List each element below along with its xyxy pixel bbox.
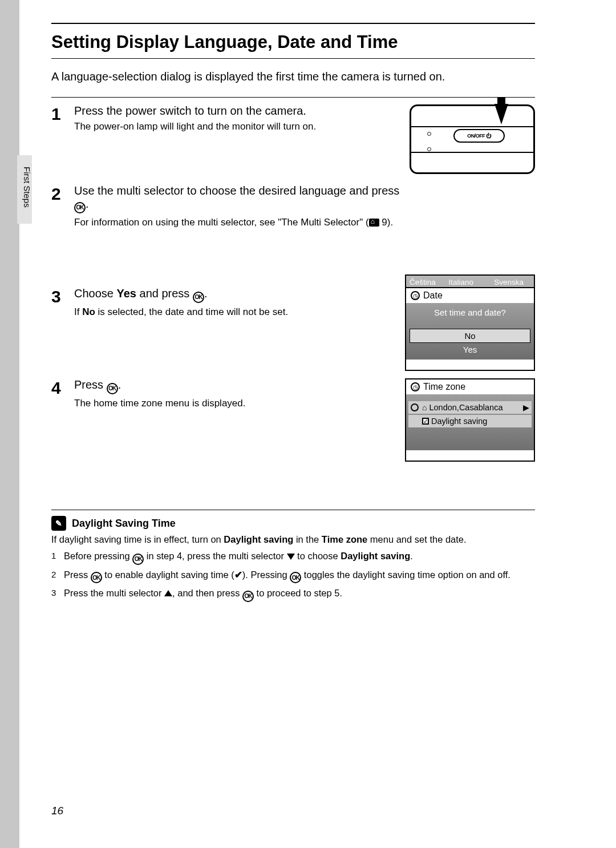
ok-icon: OK: [91, 572, 102, 583]
ok-icon: OK: [193, 292, 204, 303]
text: Press: [74, 378, 107, 391]
rule-top: [51, 23, 535, 24]
text: Before pressing: [64, 551, 132, 561]
step-number: 3: [51, 287, 74, 305]
text: in step 4, press the multi selector: [144, 551, 286, 561]
ok-icon: OK: [132, 554, 144, 565]
ok-icon: OK: [74, 202, 86, 213]
option-yes: Yes: [410, 343, 530, 356]
dialog-titlebar: ◷ Time zone: [406, 379, 534, 394]
reference-icon: [369, 219, 379, 227]
note-list-item: Press OK to enable daylight saving time …: [51, 570, 535, 584]
text: to choose: [295, 551, 341, 561]
text: in the: [293, 534, 322, 544]
ok-icon: OK: [290, 572, 301, 583]
page-number: 16: [51, 805, 63, 817]
dialog-footer: [406, 450, 534, 461]
step-title: Press OK.: [74, 378, 404, 394]
step-desc: For information on using the multi selec…: [74, 217, 404, 228]
step-title: Choose Yes and press OK.: [74, 287, 404, 303]
dst-row: ✓ Daylight saving: [408, 415, 532, 427]
home-icon: ⌂: [422, 403, 427, 412]
step-2-wrap: 2 Use the multi selector to choose the d…: [51, 184, 535, 287]
triangle-up-icon: [164, 590, 172, 596]
step-4-wrap: 4 Press OK. The home time zone menu is d…: [51, 378, 535, 481]
step-2: 2 Use the multi selector to choose the d…: [51, 184, 535, 228]
ok-icon: OK: [242, 591, 254, 602]
chevron-right-icon: ▶: [523, 403, 529, 412]
arrow-down-icon: [495, 104, 508, 124]
checkbox-icon: ✓: [422, 418, 429, 425]
manual-page: First Steps Setting Display Language, Da…: [0, 0, 616, 848]
timezone-value: London,Casablanca: [429, 403, 502, 412]
note-title: Daylight Saving Time: [72, 518, 176, 530]
intro-text: A language-selection dialog is displayed…: [51, 70, 535, 83]
date-dialog: ◷ Date Set time and date? No Yes: [405, 287, 535, 371]
page-title: Setting Display Language, Date and Time: [51, 32, 535, 53]
dialog-titlebar: ◷ Date: [406, 288, 534, 303]
text: is selected, the date and time will not …: [95, 306, 288, 317]
home-timezone-row: ⌂ London,Casablanca ▶: [408, 401, 532, 414]
text: ). Pressing: [242, 570, 290, 580]
text: to enable daylight saving time (: [102, 570, 234, 580]
rule-thin: [51, 58, 535, 59]
clock-icon: ◷: [411, 382, 420, 391]
language-cell: Čeština: [408, 277, 447, 287]
clock-icon: ◷: [411, 291, 420, 300]
triangle-down-icon: [287, 554, 295, 560]
pencil-icon: ✎: [51, 516, 66, 531]
text: For information on using the multi selec…: [74, 217, 369, 228]
check-icon: ✔: [234, 570, 242, 580]
dialog-footer: [406, 360, 534, 370]
text: Choose: [74, 287, 117, 300]
onoff-button-icon: [453, 129, 505, 143]
text: .: [86, 197, 89, 210]
note-list-item: Before pressing OK in step 4, press the …: [51, 551, 535, 565]
bold-text: Time zone: [322, 534, 367, 544]
dialog-title: Time zone: [423, 382, 465, 392]
text: .: [118, 378, 121, 391]
text: and press: [136, 287, 193, 300]
dst-label: Daylight saving: [431, 417, 487, 426]
page-edge: [0, 0, 19, 848]
dialog-prompt: Set time and date?: [410, 306, 530, 318]
ok-icon: OK: [107, 383, 118, 394]
language-cell: Italiano: [447, 277, 493, 287]
step-3-wrap: 3 Choose Yes and press OK. If No is sele…: [51, 287, 535, 378]
note-list: Before pressing OK in step 4, press the …: [51, 551, 535, 602]
note-box: ✎ Daylight Saving Time If daylight savin…: [51, 510, 535, 602]
language-cell: Svenska: [493, 277, 532, 287]
step-1-wrap: 1 Press the power switch to turn on the …: [51, 104, 535, 184]
text: Use the multi selector to choose the des…: [74, 184, 399, 197]
steps-rule: [51, 97, 535, 98]
text: to proceed to step 5.: [254, 588, 342, 598]
text: .: [204, 287, 208, 300]
text: 9).: [379, 217, 394, 228]
content-area: Setting Display Language, Date and Time …: [51, 23, 535, 607]
bold-text: Yes: [117, 287, 136, 300]
note-heading: ✎ Daylight Saving Time: [51, 516, 535, 531]
step-desc: The home time zone menu is displayed.: [74, 398, 404, 409]
step-title: Use the multi selector to choose the des…: [74, 184, 404, 213]
section-tab: First Steps: [17, 155, 32, 224]
text: Press the multi selector: [64, 588, 164, 598]
bold-text: No: [82, 306, 95, 317]
option-no: No: [410, 329, 530, 343]
timezone-dialog: ◷ Time zone ⌂ London,Casablanca ▶ ✓ Dayl…: [405, 378, 535, 462]
step-number: 2: [51, 184, 74, 203]
note-paragraph: If daylight saving time is in effect, tu…: [51, 534, 535, 545]
dialog-body: ⌂ London,Casablanca ▶ ✓ Daylight saving: [406, 394, 534, 450]
step-title: Press the power switch to turn on the ca…: [74, 104, 404, 118]
step-desc: If No is selected, the date and time wil…: [74, 306, 404, 318]
text: toggles the daylight saving time option …: [301, 570, 510, 580]
note-list-item: Press the multi selector , and then pres…: [51, 588, 535, 602]
text: , and then press: [172, 588, 242, 598]
step-number: 1: [51, 104, 74, 123]
note-rule: [51, 510, 535, 510]
text: If daylight saving time is in effect, tu…: [51, 534, 224, 544]
text: If: [74, 306, 82, 317]
step-desc: The power-on lamp will light and the mon…: [74, 121, 404, 132]
camera-illustration: [410, 104, 535, 174]
text: Press: [64, 570, 91, 580]
bold-text: Daylight saving: [341, 551, 410, 561]
